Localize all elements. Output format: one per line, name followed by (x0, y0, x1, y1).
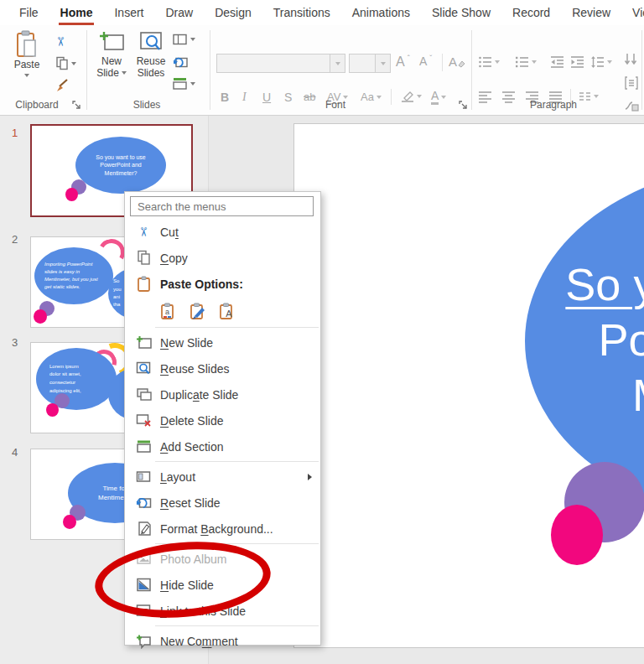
menu-item-duplicate-slide[interactable]: Duplicate Slide (125, 381, 320, 407)
clipboard-group-label: Clipboard (5, 99, 69, 111)
slide-editing-canvas[interactable]: So you want to use PowerPoint and Mentim… (293, 123, 644, 648)
line-spacing-chevron-down-icon[interactable] (607, 60, 612, 64)
paste-chevron-down-icon[interactable] (24, 74, 29, 77)
menu-separator (155, 625, 319, 626)
paste-keep-source-formatting-button[interactable]: a (159, 302, 178, 320)
reuse-slides-button[interactable]: Reuse Slides (132, 30, 170, 79)
section-chevron-down-icon[interactable] (190, 82, 195, 86)
tab-file[interactable]: File (8, 0, 49, 25)
font-name-chevron-down-icon[interactable] (330, 54, 345, 72)
format-painter-icon (55, 78, 70, 92)
align-left-button[interactable] (478, 91, 492, 104)
menu-item-new-slide[interactable]: New Slide (125, 329, 320, 355)
pink-dot-shape (34, 309, 47, 324)
shrink-font-button[interactable]: Aˇ (419, 54, 432, 68)
highlight-chevron-down-icon[interactable] (417, 95, 422, 98)
paste-options-row: a A (125, 297, 320, 325)
line-spacing-button[interactable] (590, 55, 612, 69)
font-group-label: Font (277, 99, 394, 111)
search-input[interactable] (130, 196, 314, 216)
paragraph-group-label: Paragraph (495, 99, 612, 111)
columns-chevron-down-icon[interactable] (594, 95, 599, 98)
speech-bubble: Importing PowerPoint slides is easy in M… (34, 247, 113, 304)
menu-item-add-section[interactable]: Add Section (125, 433, 320, 459)
new-slide-label-2: Slide (96, 67, 119, 79)
speech-bubble: So you want to use PowerPoint and Mentim… (75, 137, 166, 194)
grow-font-button[interactable]: Aˆ (396, 54, 410, 70)
slide-title-text[interactable]: So you want to use PowerPoint and Mentim… (525, 173, 644, 508)
tab-record[interactable]: Record (501, 0, 561, 25)
group-divider (86, 30, 87, 110)
bullets-button[interactable] (478, 55, 500, 69)
slide-number-2: 2 (12, 233, 18, 246)
case-chevron-down-icon[interactable] (377, 96, 382, 99)
paste-keep-text-only-button[interactable]: A (218, 302, 236, 320)
highlight-color-button[interactable] (401, 91, 422, 102)
font-size-chevron-down-icon[interactable] (375, 54, 390, 72)
decrease-indent-button[interactable] (550, 55, 564, 69)
slide-layout-button[interactable] (173, 34, 195, 45)
tab-draw[interactable]: Draw (154, 0, 204, 25)
paste-label: Paste (14, 59, 40, 70)
tab-slide-show[interactable]: Slide Show (421, 0, 501, 25)
align-left-icon (478, 91, 492, 104)
convert-to-smartart-button[interactable] (624, 99, 639, 112)
underline-button[interactable]: U (262, 91, 271, 104)
menu-item-cut[interactable]: ✂ Cut (125, 219, 320, 245)
copy-chevron-down-icon[interactable] (71, 62, 76, 65)
menu-item-delete-slide[interactable]: Delete Slide (125, 407, 320, 433)
paste-clipboard-icon (136, 276, 152, 292)
new-slide-button[interactable]: New Slide (92, 30, 131, 79)
menu-item-format-background[interactable]: Format Background... (125, 516, 320, 542)
tab-animations[interactable]: Animations (341, 0, 421, 25)
slide-number-3: 3 (12, 336, 18, 349)
reuse-slides-label-1: Reuse (137, 55, 166, 67)
copy-icon (55, 56, 69, 70)
bold-button[interactable]: B (221, 91, 229, 104)
tab-design[interactable]: Design (204, 0, 262, 25)
numbering-chevron-down-icon[interactable] (532, 60, 537, 64)
menu-item-layout[interactable]: Layout (125, 464, 320, 490)
pink-dot-shape[interactable] (551, 505, 603, 565)
tab-home[interactable]: Home (49, 0, 104, 25)
font-color-chevron-down-icon[interactable] (441, 96, 446, 99)
increase-indent-button[interactable] (570, 55, 584, 69)
menu-item-new-comment[interactable]: New Comment (125, 628, 320, 654)
text-direction-button[interactable] (624, 52, 639, 67)
new-comment-icon (136, 633, 152, 649)
cut-scissors-icon: ✂ (53, 37, 68, 48)
bullets-icon (478, 55, 492, 69)
new-slide-chevron-down-icon[interactable] (122, 71, 127, 75)
reset-slide-button[interactable] (173, 55, 188, 69)
font-size-combo[interactable] (349, 54, 391, 73)
menu-item-reset-slide[interactable]: Reset Slide (125, 490, 320, 516)
copy-button[interactable] (55, 56, 76, 70)
tab-view[interactable]: View (621, 0, 644, 25)
reuse-slides-icon (138, 30, 164, 55)
layout-chevron-down-icon[interactable] (190, 38, 195, 41)
cut-scissors-icon: ✂ (136, 224, 152, 240)
paste-button[interactable]: Paste (7, 30, 47, 77)
align-text-button[interactable] (624, 75, 639, 91)
cut-button[interactable]: ✂ (55, 34, 66, 49)
clipboard-dialog-launcher[interactable] (71, 99, 82, 110)
menu-item-copy[interactable]: Copy (125, 245, 320, 271)
reset-slide-icon (173, 55, 188, 69)
italic-button[interactable]: I (242, 91, 247, 104)
paste-picture-button[interactable] (189, 302, 207, 320)
tab-review[interactable]: Review (561, 0, 621, 25)
slides-group-label: Slides (92, 99, 201, 111)
add-section-icon (136, 438, 152, 454)
increase-indent-icon (570, 55, 584, 69)
add-section-button[interactable] (173, 77, 195, 90)
bullets-chevron-down-icon[interactable] (495, 60, 500, 64)
font-name-combo[interactable] (216, 54, 345, 73)
menu-item-reuse-slides[interactable]: Reuse Slides (125, 355, 320, 381)
tab-insert[interactable]: Insert (103, 0, 154, 25)
tab-transitions[interactable]: Transitions (262, 0, 341, 25)
font-dialog-launcher[interactable] (458, 99, 469, 110)
font-color-button[interactable]: A (431, 89, 446, 105)
clear-formatting-button[interactable]: A (449, 54, 465, 69)
format-painter-button[interactable] (55, 78, 70, 92)
numbering-button[interactable] (515, 55, 537, 69)
